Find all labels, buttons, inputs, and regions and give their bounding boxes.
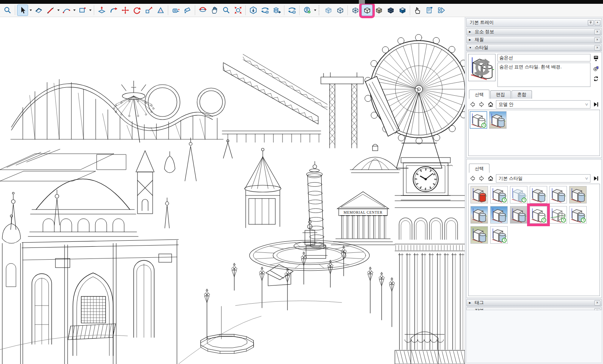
shaded-textures-button[interactable]	[385, 5, 396, 16]
collections-dropdown[interactable]: 기본 스타일˅	[496, 174, 590, 183]
rectangle-button[interactable]	[77, 5, 88, 16]
account-dropdown-arrow[interactable]	[313, 5, 317, 16]
style-thumbnail[interactable]	[490, 206, 508, 224]
collections-back-icon[interactable]	[469, 175, 476, 182]
center-pavilion	[245, 148, 281, 228]
section-태그[interactable]: ▶태그×	[466, 299, 602, 306]
in-model-styles-list	[468, 110, 600, 156]
in-model-home-icon[interactable]	[487, 101, 494, 108]
style-thumbnail[interactable]	[470, 186, 488, 203]
style-thumbnail[interactable]	[470, 226, 488, 244]
style-thumbnail[interactable]	[489, 111, 507, 129]
tab-편집[interactable]: 편집	[490, 90, 511, 99]
zoom-extents-button[interactable]	[232, 5, 243, 16]
section-close-icon[interactable]: ×	[594, 29, 600, 35]
shaded-button[interactable]	[373, 5, 384, 16]
update-style-icon[interactable]	[593, 75, 600, 82]
close-icon[interactable]: ×	[595, 20, 600, 25]
tab-선택[interactable]: 선택	[469, 90, 489, 99]
toolbar-drag-handle[interactable]	[319, 5, 321, 15]
style-thumbnail-highlighted[interactable]	[530, 206, 547, 224]
share-component-icon	[273, 6, 281, 14]
arc-icon	[62, 6, 71, 14]
3d-warehouse-button[interactable]	[248, 5, 259, 16]
wireframe-button[interactable]	[350, 5, 361, 16]
style-preview-thumbnail[interactable]	[468, 54, 496, 81]
push-pull-button[interactable]	[96, 5, 107, 16]
back-edges-button[interactable]	[335, 5, 346, 16]
pan-button[interactable]	[209, 5, 220, 16]
in-model-back-icon[interactable]	[469, 101, 476, 108]
style-description[interactable]: 숨은선 표면 스타일. 흰색 배경.	[497, 63, 590, 87]
zoom-window-button[interactable]	[2, 5, 13, 16]
in-model-details-icon[interactable]	[592, 101, 600, 108]
line-icon	[46, 6, 55, 14]
model-viewport[interactable]: MEMORIAL CENTER	[0, 17, 465, 364]
rotate-button[interactable]	[131, 5, 142, 16]
style-thumbnail[interactable]	[549, 186, 567, 203]
style-thumbnail[interactable]	[470, 111, 487, 129]
in-model-forward-icon[interactable]	[478, 101, 485, 108]
pin-icon[interactable]	[588, 20, 594, 25]
tab-select-collections[interactable]: 선택	[469, 164, 489, 173]
line-button[interactable]	[45, 5, 56, 16]
section-close-icon[interactable]: ×	[594, 300, 600, 306]
section-스타일[interactable]: ▼스타일×	[466, 44, 602, 51]
style-thumbnail[interactable]	[510, 186, 527, 203]
scale-button[interactable]	[143, 5, 154, 16]
zoom-button[interactable]	[221, 5, 232, 16]
style-name-input[interactable]	[497, 54, 590, 61]
style-thumbnail[interactable]	[549, 206, 567, 224]
right-colonnade	[395, 195, 465, 364]
offset-icon	[156, 6, 165, 14]
style-thumbnail[interactable]	[530, 186, 547, 203]
eraser-button[interactable]	[33, 5, 44, 16]
arc-dropdown-arrow[interactable]	[72, 5, 76, 16]
section-close-icon[interactable]: ×	[594, 45, 600, 50]
paint-bucket-button[interactable]	[182, 5, 193, 16]
style-thumbnail[interactable]	[510, 206, 527, 224]
chevron-expanded-icon: ▼	[469, 46, 472, 49]
line-dropdown-arrow[interactable]	[56, 5, 60, 16]
tab-혼합[interactable]: 혼합	[511, 90, 532, 99]
orbit-button[interactable]	[197, 5, 208, 16]
monochrome-button[interactable]	[397, 5, 408, 16]
chevron-collapsed-icon: ▶	[469, 301, 472, 304]
style-thumbnail[interactable]	[569, 186, 587, 203]
hidden-line-button[interactable]	[361, 5, 373, 16]
section-재질[interactable]: ▶재질×	[466, 36, 602, 43]
style-thumbnail[interactable]	[490, 186, 508, 203]
central-plaza	[249, 217, 369, 271]
tray-titlebar[interactable]: 기본 트레이 ×	[466, 18, 602, 27]
secondary-pane-icon[interactable]	[593, 55, 600, 61]
collections-details-icon[interactable]	[592, 175, 600, 182]
move-button[interactable]	[120, 5, 131, 16]
toolbar-separator	[15, 5, 15, 15]
x-ray-button[interactable]	[323, 5, 334, 16]
section-close-icon[interactable]: ×	[594, 37, 600, 43]
style-thumbnail[interactable]	[569, 206, 587, 224]
offset-button[interactable]	[155, 5, 166, 16]
collections-home-icon[interactable]	[487, 175, 494, 182]
create-style-icon[interactable]	[593, 65, 600, 72]
account-button[interactable]	[302, 5, 313, 16]
move-icon	[121, 6, 129, 14]
extension-warehouse-button[interactable]	[286, 5, 297, 16]
tape-measure-button[interactable]	[170, 5, 181, 16]
share-component-button[interactable]	[271, 5, 282, 16]
component-options-button[interactable]	[424, 5, 435, 16]
collections-forward-icon[interactable]	[478, 175, 485, 182]
select-button[interactable]	[17, 5, 28, 16]
rectangle-dropdown-arrow[interactable]	[88, 5, 92, 16]
section-요소 정보[interactable]: ▶요소 정보×	[466, 28, 602, 35]
follow-me-button[interactable]	[108, 5, 119, 16]
in-model-dropdown[interactable]: 모델 안˅	[496, 100, 590, 109]
style-thumbnail[interactable]	[490, 226, 508, 244]
style-thumbnail[interactable]	[470, 206, 488, 224]
arc-button[interactable]	[61, 5, 72, 16]
component-attributes-button[interactable]	[436, 5, 447, 16]
select-dropdown-arrow[interactable]	[28, 5, 33, 16]
share-model-button[interactable]	[259, 5, 270, 16]
zoom-icon	[222, 6, 230, 14]
interact-button[interactable]	[412, 5, 423, 16]
